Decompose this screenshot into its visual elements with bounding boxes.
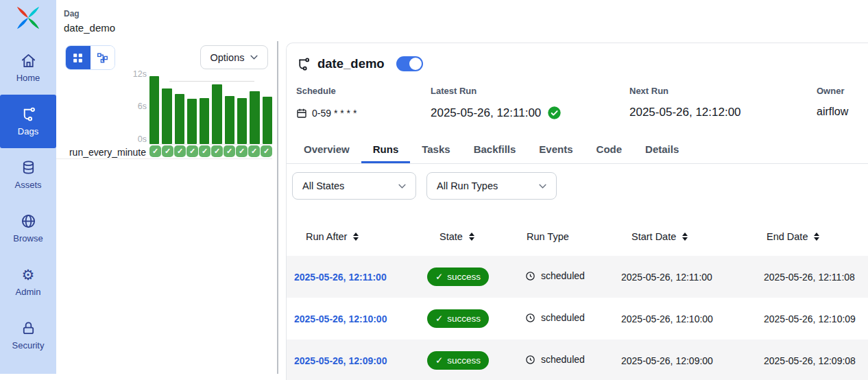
y-axis-tick-12s: 12s (129, 69, 147, 79)
tab-runs[interactable]: Runs (361, 139, 411, 163)
sort-icon[interactable] (814, 233, 819, 241)
toggle-knob (409, 58, 422, 70)
column-start-date: Start Date (631, 231, 676, 242)
run-filters: All States All Run Types (287, 164, 868, 206)
y-axis-tick-0s: 0s (129, 134, 147, 144)
sort-icon[interactable] (682, 233, 688, 241)
status-badge: ✓success (427, 309, 489, 328)
airflow-logo-icon[interactable] (15, 5, 41, 31)
duration-bar[interactable] (187, 99, 197, 144)
duration-bar[interactable] (200, 98, 209, 144)
sidebar-item-home[interactable]: Home (0, 41, 56, 95)
task-instance-success-box[interactable]: ✓ (211, 145, 223, 157)
dag-pause-toggle[interactable] (396, 56, 423, 71)
tab-backfills[interactable]: Backfills (462, 139, 528, 163)
check-icon: ✓ (435, 313, 443, 324)
table-row: 2025-05-26, 12:09:00 ✓success scheduled … (287, 340, 868, 380)
duration-bar[interactable] (175, 94, 184, 144)
graph-icon (97, 52, 108, 64)
state-filter-select[interactable]: All States (292, 172, 416, 200)
panel-resize-handle[interactable] (277, 41, 278, 374)
task-instance-success-box[interactable]: ✓ (174, 145, 186, 157)
sidebar-item-label: Admin (16, 287, 41, 297)
column-state: State (439, 231, 463, 242)
task-instance-success-box[interactable]: ✓ (236, 145, 248, 157)
task-row-divider (56, 158, 272, 159)
sidebar-item-browse[interactable]: Browse (0, 202, 56, 255)
task-instance-states: ✓✓✓✓✓✓✓✓✓✓ (149, 145, 272, 157)
tab-events[interactable]: Events (527, 139, 584, 163)
start-date-value: 2025-05-26, 12:10:00 (621, 313, 713, 324)
schedule-field: Schedule 0-59 * * * * (296, 86, 357, 119)
run-after-link[interactable]: 2025-05-26, 12:09:00 (294, 355, 387, 366)
grid-icon (72, 52, 84, 64)
task-instance-success-box[interactable]: ✓ (199, 145, 210, 157)
sort-icon[interactable] (469, 233, 474, 241)
sidebar-item-security[interactable]: Security (0, 309, 56, 362)
latest-run-field: Latest Run 2025-05-26, 12:11:00 (431, 86, 562, 120)
grid-view-button[interactable] (66, 46, 91, 69)
run-type-value: scheduled (541, 354, 585, 365)
sidebar-nav: Home Dags Assets Browse ⚙ Admin Security (0, 41, 56, 362)
tab-overview[interactable]: Overview (292, 139, 361, 163)
tab-details[interactable]: Details (634, 139, 690, 163)
chevron-down-icon (250, 55, 258, 60)
next-run-field: Next Run 2025-05-26, 12:12:00 (629, 86, 741, 119)
task-instance-success-box[interactable]: ✓ (224, 145, 235, 157)
sidebar-item-admin[interactable]: ⚙ Admin (0, 255, 56, 309)
owner-field: Owner airflow (817, 86, 848, 118)
run-after-link[interactable]: 2025-05-26, 12:10:00 (294, 313, 387, 324)
next-run-value: 2025-05-26, 12:12:00 (629, 106, 741, 119)
task-instance-success-box[interactable]: ✓ (261, 145, 272, 157)
check-icon: ✓ (435, 271, 443, 282)
schedule-label: Schedule (296, 86, 357, 96)
airflow-app: Home Dags Assets Browse ⚙ Admin Security (0, 0, 868, 380)
gear-icon: ⚙ (22, 267, 35, 283)
duration-bar[interactable] (162, 88, 171, 144)
task-instance-success-box[interactable]: ✓ (162, 145, 173, 157)
owner-value: airflow (817, 106, 848, 118)
column-end-date: End Date (767, 231, 808, 242)
latest-run-label: Latest Run (431, 86, 562, 96)
globe-icon (21, 213, 36, 229)
sidebar-item-dags[interactable]: Dags (0, 95, 56, 148)
latest-run-value: 2025-05-26, 12:11:00 (431, 106, 541, 120)
task-instance-success-box[interactable]: ✓ (248, 145, 260, 157)
start-date-value: 2025-05-26, 12:11:00 (621, 272, 712, 283)
start-date-value: 2025-05-26, 12:09:00 (621, 355, 713, 366)
dag-icon (21, 106, 36, 122)
duration-bar[interactable] (225, 96, 234, 144)
duration-bar[interactable] (212, 84, 221, 144)
calendar-icon (296, 108, 307, 119)
breadcrumb-section: Dag (64, 9, 115, 19)
sidebar-item-assets[interactable]: Assets (0, 148, 56, 202)
state-filter-value: All States (302, 180, 344, 191)
clock-icon (525, 271, 535, 281)
chevron-down-icon (539, 184, 546, 189)
duration-bar[interactable] (263, 97, 272, 144)
duration-bar[interactable] (149, 76, 159, 144)
column-run-after: Run After (306, 231, 347, 242)
home-icon (21, 53, 36, 69)
duration-bar[interactable] (250, 91, 259, 144)
run-after-link[interactable]: 2025-05-26, 12:11:00 (294, 272, 387, 283)
options-button[interactable]: Options (200, 45, 268, 69)
schedule-value: 0-59 * * * * (312, 108, 357, 119)
run-type-filter-select[interactable]: All Run Types (426, 172, 557, 200)
sort-icon[interactable] (353, 233, 359, 241)
graph-view-button[interactable] (91, 46, 115, 69)
clock-icon (525, 313, 535, 323)
task-name-label: run_every_minute (60, 147, 146, 158)
task-instance-success-box[interactable]: ✓ (186, 145, 198, 157)
dag-title: date_demo (317, 56, 385, 71)
duration-bar[interactable] (237, 98, 247, 144)
database-icon (21, 160, 36, 176)
y-axis-tick-6s: 6s (129, 102, 147, 111)
check-icon: ✓ (435, 355, 443, 366)
task-instance-success-box[interactable]: ✓ (149, 145, 161, 157)
owner-label: Owner (817, 86, 848, 96)
tab-tasks[interactable]: Tasks (410, 139, 461, 163)
sidebar-item-label: Home (16, 73, 40, 83)
dag-summary-row: Schedule 0-59 * * * * Latest Run 2025-05… (287, 86, 868, 139)
tab-code[interactable]: Code (585, 139, 634, 163)
